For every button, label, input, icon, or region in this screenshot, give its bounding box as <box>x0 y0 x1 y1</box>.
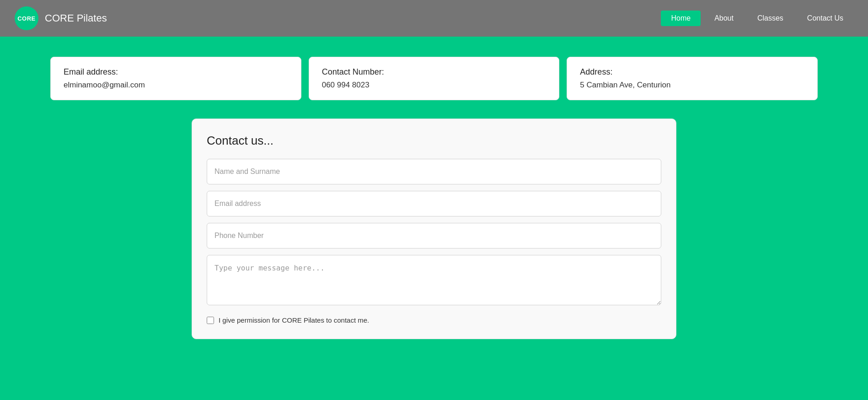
address-label: Address: <box>580 67 804 77</box>
nav-brand: CORE CORE Pilates <box>15 6 661 30</box>
nav-logo: CORE <box>15 6 38 30</box>
info-card-address: Address: 5 Cambian Ave, Centurion <box>567 57 818 100</box>
email-input[interactable] <box>207 191 661 216</box>
main-content: Email address: elminamoo@gmail.com Conta… <box>0 38 868 357</box>
nav-link-contact[interactable]: Contact Us <box>797 11 853 26</box>
permission-checkbox[interactable] <box>207 317 214 324</box>
info-card-email: Email address: elminamoo@gmail.com <box>50 57 301 100</box>
email-label: Email address: <box>64 67 288 77</box>
nav-link-classes[interactable]: Classes <box>747 11 793 26</box>
address-value: 5 Cambian Ave, Centurion <box>580 81 804 90</box>
navbar: CORE CORE Pilates Home About Classes Con… <box>0 0 868 37</box>
nav-link-home[interactable]: Home <box>661 11 701 26</box>
nav-links: Home About Classes Contact Us <box>661 11 853 26</box>
permission-label: I give permission for CORE Pilates to co… <box>219 316 369 324</box>
message-textarea[interactable] <box>207 255 661 305</box>
contact-form-title: Contact us... <box>207 134 661 148</box>
info-cards: Email address: elminamoo@gmail.com Conta… <box>50 57 818 100</box>
phone-value: 060 994 8023 <box>322 81 547 90</box>
phone-label: Contact Number: <box>322 67 547 77</box>
email-value: elminamoo@gmail.com <box>64 81 288 90</box>
permission-row: I give permission for CORE Pilates to co… <box>207 316 661 324</box>
nav-brand-title: CORE Pilates <box>45 12 107 24</box>
contact-form-card: Contact us... I give permission for CORE… <box>192 119 676 339</box>
nav-link-about[interactable]: About <box>704 11 744 26</box>
name-input[interactable] <box>207 159 661 184</box>
info-card-phone: Contact Number: 060 994 8023 <box>309 57 560 100</box>
phone-input[interactable] <box>207 223 661 249</box>
